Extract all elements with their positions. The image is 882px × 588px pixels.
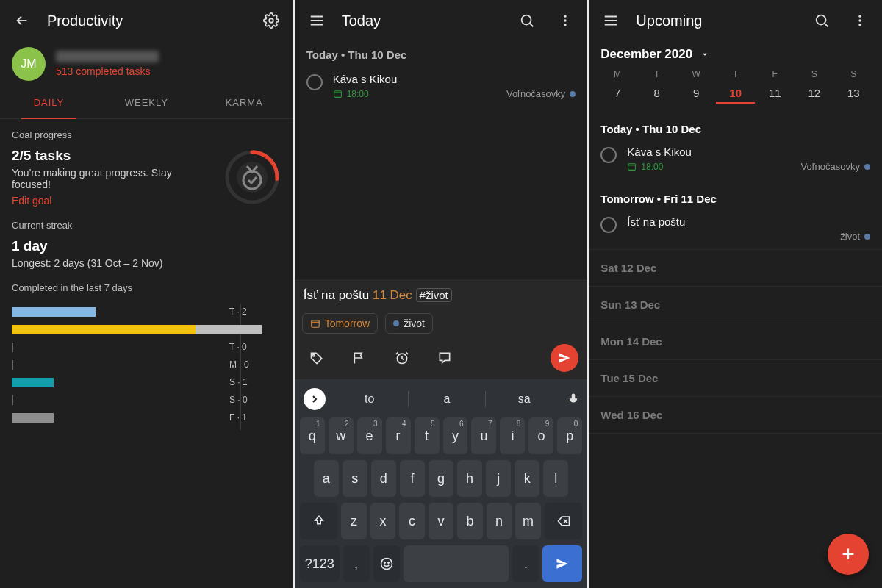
- task-time: 18:00: [641, 162, 663, 172]
- suggestion[interactable]: sa: [486, 392, 562, 406]
- week-cell[interactable]: M7: [598, 69, 637, 104]
- backspace-key[interactable]: [545, 503, 583, 539]
- week-cell[interactable]: S13: [834, 69, 874, 104]
- avatar[interactable]: JM: [12, 47, 46, 81]
- overflow-icon[interactable]: [847, 7, 873, 34]
- key-l[interactable]: l: [543, 460, 568, 497]
- tabs: DAILY WEEKLY KARMA: [0, 87, 293, 119]
- key-i[interactable]: i8: [500, 417, 525, 454]
- task-row[interactable]: Ísť na poštu život: [589, 211, 882, 249]
- key-j[interactable]: j: [486, 460, 511, 497]
- task-row[interactable]: Káva s Kikou 18:00 Voľnočasovky: [295, 68, 588, 107]
- empty-day-header[interactable]: Tue 15 Dec: [589, 360, 882, 396]
- task-row[interactable]: Káva s Kikou 18:00 Voľnočasovky: [589, 141, 882, 179]
- emoji-key[interactable]: [373, 545, 400, 582]
- key-z[interactable]: z: [341, 503, 366, 539]
- key-x[interactable]: x: [370, 503, 395, 539]
- key-q[interactable]: q1: [300, 417, 325, 454]
- key-e[interactable]: e3: [357, 417, 382, 454]
- week-cell[interactable]: T10: [716, 69, 756, 104]
- key-h[interactable]: h: [457, 460, 482, 497]
- overflow-icon[interactable]: [552, 7, 578, 34]
- empty-day-header[interactable]: Sat 12 Dec: [589, 250, 882, 286]
- key-u[interactable]: u7: [471, 417, 496, 454]
- keyboard: to a sa q1w2e3r4t5y6u7i8o9p0 asdfghjkl z…: [295, 379, 588, 588]
- key-o[interactable]: o9: [528, 417, 553, 454]
- week-cell[interactable]: T8: [637, 69, 677, 104]
- chevron-right-icon[interactable]: [304, 388, 326, 410]
- add-task-fab[interactable]: +: [828, 534, 869, 575]
- bar-label: S · 1: [229, 377, 248, 387]
- key-b[interactable]: b: [457, 503, 482, 539]
- key-n[interactable]: n: [487, 503, 512, 539]
- goal-message: You're making great progress. Stay focus…: [12, 167, 173, 190]
- date-chip[interactable]: 11 Dec: [373, 288, 412, 302]
- quick-add-input[interactable]: Ísť na poštu 11 Dec #život: [302, 285, 581, 306]
- week-cell[interactable]: S12: [795, 69, 834, 104]
- tab-weekly[interactable]: WEEKLY: [98, 87, 196, 118]
- calendar-icon: [627, 162, 637, 171]
- empty-day-header[interactable]: Mon 14 Dec: [589, 323, 882, 359]
- week-cell[interactable]: W9: [676, 69, 716, 104]
- edit-goal-link[interactable]: Edit goal: [12, 195, 173, 207]
- svg-rect-9: [311, 320, 319, 327]
- search-icon[interactable]: [808, 7, 835, 34]
- key-g[interactable]: g: [429, 460, 453, 497]
- screen-upcoming: Upcoming December 2020 M7T8W9T10F11S12S1…: [589, 0, 882, 588]
- task-checkbox[interactable]: [600, 217, 617, 233]
- comma-key[interactable]: ,: [343, 545, 370, 582]
- key-c[interactable]: c: [399, 503, 424, 539]
- svg-point-10: [312, 354, 315, 356]
- key-d[interactable]: d: [371, 460, 396, 497]
- task-title: Ísť na poštu: [627, 215, 870, 228]
- key-s[interactable]: s: [343, 460, 368, 497]
- key-v[interactable]: v: [429, 503, 453, 539]
- tab-daily[interactable]: DAILY: [0, 87, 98, 118]
- today-header: Today • Thu 10 Dec: [589, 110, 882, 141]
- tag-chip[interactable]: #život: [416, 288, 452, 302]
- search-icon[interactable]: [514, 7, 540, 34]
- svg-point-12: [381, 559, 392, 570]
- key-t[interactable]: t5: [415, 417, 440, 454]
- mode-key[interactable]: ?123: [300, 545, 340, 582]
- menu-icon[interactable]: [304, 7, 330, 34]
- empty-day-header[interactable]: Sun 13 Dec: [589, 287, 882, 323]
- chip-tomorrow[interactable]: Tomorrow: [302, 313, 378, 334]
- back-icon[interactable]: [9, 7, 35, 34]
- submit-task-button[interactable]: [551, 344, 578, 372]
- user-name-blurred: [56, 51, 159, 62]
- key-r[interactable]: r4: [386, 417, 411, 454]
- settings-icon[interactable]: [258, 7, 284, 34]
- task-checkbox[interactable]: [306, 74, 323, 90]
- goal-section: Goal progress 2/5 tasks You're making gr…: [0, 119, 293, 209]
- key-p[interactable]: p0: [557, 417, 582, 454]
- svg-rect-19: [628, 164, 636, 171]
- suggestion[interactable]: a: [409, 392, 485, 406]
- space-key[interactable]: [404, 545, 509, 582]
- key-a[interactable]: a: [314, 460, 339, 497]
- key-y[interactable]: y6: [443, 417, 468, 454]
- mic-icon[interactable]: [562, 386, 584, 412]
- key-k[interactable]: k: [514, 460, 539, 497]
- comment-icon[interactable]: [431, 345, 458, 371]
- week-cell[interactable]: F11: [755, 69, 795, 104]
- enter-key[interactable]: [542, 545, 582, 582]
- month-picker[interactable]: December 2020: [589, 41, 882, 68]
- appbar: Today: [295, 0, 588, 41]
- shift-key[interactable]: [300, 503, 338, 539]
- key-m[interactable]: m: [515, 503, 540, 539]
- label-icon[interactable]: [304, 345, 330, 371]
- task-checkbox[interactable]: [600, 147, 617, 163]
- task-title: Káva s Kikou: [333, 73, 576, 85]
- key-w[interactable]: w2: [329, 417, 354, 454]
- menu-icon[interactable]: [598, 7, 624, 34]
- streak-label: Current streak: [12, 220, 282, 231]
- flag-icon[interactable]: [346, 345, 373, 371]
- suggestion[interactable]: to: [331, 392, 408, 406]
- alarm-icon[interactable]: [389, 345, 415, 371]
- period-key[interactable]: .: [512, 545, 539, 582]
- empty-day-header[interactable]: Wed 16 Dec: [589, 397, 882, 433]
- tab-karma[interactable]: KARMA: [196, 87, 293, 118]
- key-f[interactable]: f: [400, 460, 425, 497]
- chip-project[interactable]: život: [385, 313, 433, 334]
